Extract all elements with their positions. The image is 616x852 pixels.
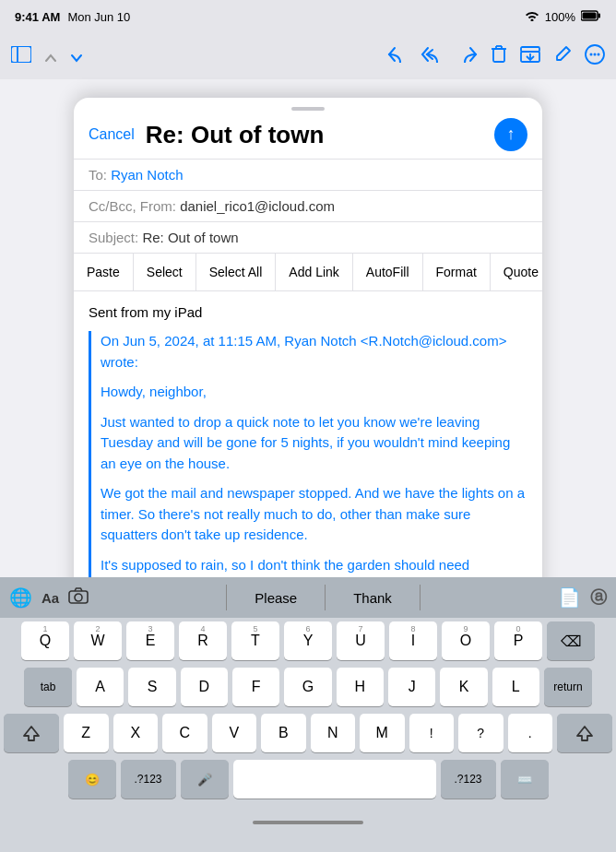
status-time: 9:41 AM [15, 10, 60, 24]
key-l[interactable]: L [492, 668, 539, 706]
autocomplete-please[interactable]: Please [255, 590, 297, 606]
from-value: daniel_rico1@icloud.com [180, 198, 335, 214]
key-e[interactable]: 3E [126, 621, 174, 660]
key-symbols[interactable]: .?123 [121, 760, 176, 799]
key-row-4: 😊 .?123 🎤 .?123 ⌨️ [0, 760, 616, 799]
more-icon[interactable] [585, 44, 605, 69]
ccbcc-label: Cc/Bcc, From: [89, 198, 180, 214]
svg-rect-5 [493, 49, 504, 62]
key-dot[interactable]: . [508, 714, 553, 752]
key-h[interactable]: H [337, 668, 384, 706]
select-all-button[interactable]: Select All [196, 254, 277, 290]
home-bar [253, 821, 363, 824]
key-w[interactable]: 2W [74, 621, 122, 660]
context-toolbar: Paste Select Select All Add Link AutoFil… [74, 253, 542, 291]
key-b[interactable]: B [261, 714, 306, 752]
chevron-down-icon[interactable] [70, 46, 83, 67]
key-z[interactable]: Z [64, 714, 109, 752]
key-symbols-right[interactable]: .?123 [441, 760, 496, 799]
key-g[interactable]: G [284, 668, 331, 706]
quote-level-button[interactable]: Quote Level [491, 254, 542, 290]
key-excl[interactable]: ! [409, 714, 455, 752]
battery-icon: 100% [545, 10, 575, 24]
to-label: To: [89, 167, 111, 183]
key-p[interactable]: 0P [494, 621, 542, 660]
key-c[interactable]: C [162, 714, 207, 752]
to-value: Ryan Notch [111, 167, 183, 183]
status-icons: 100% [525, 10, 601, 24]
key-tab[interactable]: tab [24, 668, 72, 706]
subject-value: Re: Out of town [142, 230, 238, 245]
key-x[interactable]: X [113, 714, 159, 752]
wifi-icon [525, 10, 539, 24]
send-button[interactable]: ↑ [494, 118, 527, 151]
key-i[interactable]: 8I [389, 621, 437, 660]
key-j[interactable]: J [388, 668, 435, 706]
key-f[interactable]: F [232, 668, 279, 706]
forward-icon[interactable] [457, 46, 478, 67]
key-a[interactable]: A [77, 668, 124, 706]
sidebar-icon[interactable] [11, 46, 31, 67]
caps-icon[interactable]: ⓐ [590, 586, 607, 609]
to-field[interactable]: To: Ryan Notch [74, 159, 542, 190]
home-indicator [0, 810, 616, 835]
paste-button[interactable]: Paste [74, 254, 134, 290]
handle-bar [291, 107, 325, 111]
font-size-icon[interactable]: Aa [41, 590, 59, 606]
key-k[interactable]: K [440, 668, 487, 706]
send-arrow-icon: ↑ [507, 125, 515, 142]
autofill-button[interactable]: AutoFill [353, 254, 423, 290]
main-toolbar [0, 33, 616, 79]
key-r[interactable]: 4R [179, 621, 227, 660]
note-icon[interactable]: 📄 [558, 586, 581, 609]
svg-point-18 [75, 594, 82, 601]
key-shift[interactable] [4, 714, 59, 752]
reply-all-icon[interactable] [421, 46, 444, 67]
key-v[interactable]: V [212, 714, 257, 752]
key-o[interactable]: 9O [442, 621, 490, 660]
autocomplete-thank[interactable]: Thank [353, 590, 392, 606]
key-u[interactable]: 7U [337, 621, 385, 660]
cancel-button[interactable]: Cancel [89, 126, 135, 143]
globe-icon[interactable]: 🌐 [9, 586, 32, 609]
status-date: Mon Jun 10 [67, 10, 130, 24]
key-m[interactable]: M [360, 714, 405, 752]
svg-point-15 [594, 53, 597, 55]
svg-marker-20 [577, 727, 592, 740]
key-emoji[interactable]: 😊 [68, 760, 116, 799]
select-button[interactable]: Select [134, 254, 196, 290]
key-d[interactable]: D [181, 668, 228, 706]
key-delete[interactable]: ⌫ [547, 621, 595, 660]
keyboard-accessory: 🌐 Aa Please Thank 📄 ⓐ [0, 577, 616, 618]
chevron-up-icon[interactable] [44, 46, 57, 67]
key-n[interactable]: N [311, 714, 356, 752]
key-row-1: 1Q 2W 3E 4R 5T 6Y 7U 8I 9O 0P ⌫ [0, 621, 616, 660]
archive-icon[interactable] [520, 46, 540, 67]
trash-icon[interactable] [491, 45, 507, 68]
email-subject-title: Re: Out of town [146, 121, 483, 149]
key-keyboard[interactable]: ⌨️ [501, 760, 549, 799]
svg-rect-2 [583, 12, 597, 18]
status-bar: 9:41 AM Mon Jun 10 100% [0, 0, 616, 33]
key-row-3: Z X C V B N M ! ? . [0, 714, 616, 752]
camera-icon[interactable] [68, 587, 89, 609]
ccbcc-field[interactable]: Cc/Bcc, From: daniel_rico1@icloud.com [74, 190, 542, 221]
format-button[interactable]: Format [423, 254, 491, 290]
key-question[interactable]: ? [458, 714, 503, 752]
subject-field[interactable]: Subject: Re: Out of town [74, 221, 542, 253]
svg-marker-19 [24, 727, 39, 740]
key-y[interactable]: 6Y [284, 621, 332, 660]
reply-icon[interactable] [387, 46, 408, 67]
key-mic[interactable]: 🎤 [181, 760, 229, 799]
key-t[interactable]: 5T [231, 621, 279, 660]
quoted-para-3: We got the mail and newspaper stopped. A… [101, 483, 527, 546]
key-space[interactable] [233, 760, 436, 799]
key-s[interactable]: S [128, 668, 175, 706]
key-q[interactable]: 1Q [21, 621, 69, 660]
svg-point-16 [598, 53, 600, 55]
key-return[interactable]: return [544, 668, 592, 706]
quoted-para-2: Just wanted to drop a quick note to let … [101, 412, 527, 475]
key-shift-right[interactable] [557, 714, 612, 752]
compose-icon[interactable] [553, 45, 572, 68]
add-link-button[interactable]: Add Link [276, 254, 352, 290]
